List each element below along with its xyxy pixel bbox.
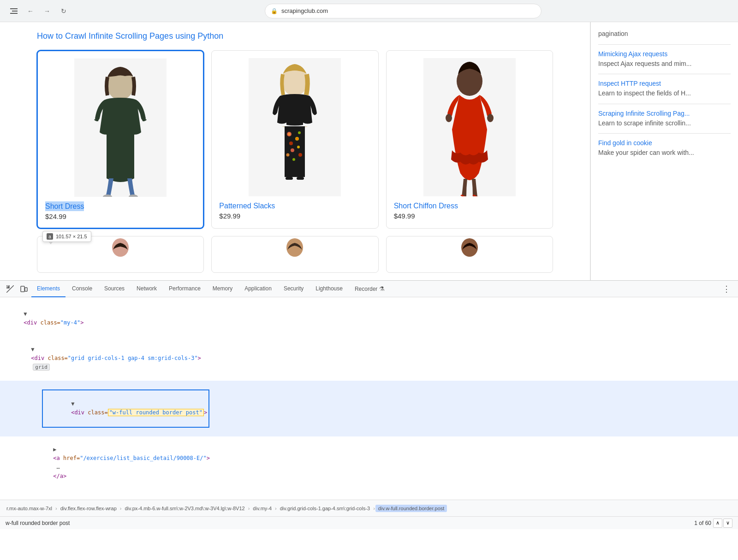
dom-line-1: ▼ <div class="my-4"> <box>0 301 738 336</box>
device-toggle-button[interactable] <box>18 283 30 295</box>
tab-application[interactable]: Application <box>239 281 277 297</box>
svg-point-20 <box>292 158 295 161</box>
more-options-button[interactable]: ⋮ <box>719 284 734 294</box>
toggle-3[interactable]: ▼ <box>71 401 74 407</box>
sidebar-text-ajax: Inspect Ajax requests and mim... <box>598 59 731 69</box>
tab-security[interactable]: Security <box>278 281 309 297</box>
tab-lighthouse[interactable]: Lighthouse <box>310 281 348 297</box>
product-figure-1 <box>74 59 167 197</box>
sidebar-link-cookie[interactable]: Find gold in cookie <box>598 139 731 147</box>
product-name-text-1: Short Dress <box>45 201 84 211</box>
devtools-breadcrumb-bar: r.mx-auto.max-w-7xl › div.flex.flex-row.… <box>0 500 738 516</box>
tab-recorder[interactable]: Recorder ⚗ <box>349 281 390 297</box>
product-name-1[interactable]: Short Dress <box>45 202 196 211</box>
tab-network[interactable]: Network <box>131 281 162 297</box>
svg-point-16 <box>291 148 294 152</box>
next-button[interactable]: ∨ <box>723 519 732 528</box>
svg-rect-31 <box>7 286 9 288</box>
svg-rect-2 <box>10 13 18 14</box>
tab-memory[interactable]: Memory <box>207 281 238 297</box>
sidebar-divider-4 <box>598 133 731 134</box>
reload-button[interactable]: ↻ <box>57 5 70 18</box>
partial-figure-6 <box>456 238 483 271</box>
svg-point-14 <box>289 141 293 145</box>
devtools-status-bar: w-full rounded border post 1 of 60 ∧ ∨ <box>0 516 738 529</box>
partial-figure-4 <box>107 238 134 271</box>
product-name-2[interactable]: Patterned Slacks <box>219 202 370 210</box>
prev-button[interactable]: ∧ <box>713 519 722 528</box>
forward-button[interactable]: → <box>41 5 54 18</box>
nav-buttons: ← → ↻ <box>7 5 70 18</box>
devtools-panel: Elements Console Sources Network Perform… <box>0 280 738 529</box>
svg-point-25 <box>446 114 452 122</box>
webpage-content: How to Crawl Infinite Scrolling Pages us… <box>0 22 590 280</box>
product-image-3 <box>394 58 545 196</box>
svg-rect-1 <box>12 11 18 12</box>
status-right: 1 of 60 ∧ ∨ <box>694 519 732 528</box>
product-price-3: $49.99 <box>394 212 545 220</box>
url-text: scrapingclub.com <box>281 7 328 14</box>
svg-point-17 <box>297 146 300 148</box>
sidebar-text-cookie: Make your spider can work with... <box>598 148 731 158</box>
breadcrumb-item-2[interactable]: div.flex.flex-row.flex-wrap <box>58 505 119 512</box>
sidebar-link-infinite[interactable]: Scraping Infinite Scrolling Pag... <box>598 110 731 117</box>
highlighted-tag: ▼ <div class="w-full rounded border post… <box>42 389 209 428</box>
dom-line-2: ▼ <div class="grid grid-cols-1 gap-4 sm:… <box>0 336 738 381</box>
sidebar-link-ajax[interactable]: Mimicking Ajax requests <box>598 50 731 58</box>
address-bar[interactable]: 🔒 scrapingclub.com <box>265 4 542 18</box>
product-name-3[interactable]: Short Chiffon Dress <box>394 202 545 210</box>
product-price-1: $24.99 <box>45 212 196 220</box>
back-button[interactable]: ← <box>24 5 37 18</box>
sidebar-divider-3 <box>598 104 731 104</box>
dom-line-3[interactable]: ▼ <div class="w-full rounded border post… <box>0 381 738 436</box>
svg-point-15 <box>298 131 301 134</box>
products-grid: a 101.57 × 21.5 Short Dress $24.99 <box>37 50 553 229</box>
dom-line-5: ▼ <div class="p-4"> <box>0 489 738 500</box>
partial-figure-5 <box>281 238 309 271</box>
tab-elements[interactable]: Elements <box>31 281 65 297</box>
count-text: 1 of 60 <box>694 520 711 526</box>
dom-line-4: ▶ <a href="/exercise/list_basic_detail/9… <box>0 436 738 489</box>
svg-rect-34 <box>25 288 27 291</box>
product-figure-2 <box>249 58 341 196</box>
sidebar-divider-1 <box>598 44 731 45</box>
toggle-4[interactable]: ▶ <box>53 446 56 453</box>
inspect-element-button[interactable] <box>4 283 17 295</box>
navigation-arrows: ∧ ∨ <box>713 519 732 528</box>
products-grid-row2 <box>37 236 553 273</box>
main-page-link[interactable]: How to Crawl Infinite Scrolling Pages us… <box>37 31 553 41</box>
sidebar-link-http[interactable]: Inspect HTTP request <box>598 80 731 87</box>
svg-rect-0 <box>10 8 18 9</box>
tab-recorder-label: Recorder <box>355 286 377 292</box>
element-tooltip: a 101.57 × 21.5 <box>42 231 91 242</box>
tab-console[interactable]: Console <box>66 281 98 297</box>
breadcrumb-item-3[interactable]: div.px-4.mb-6.w-full.sm\:w-2V3.md\:w-3V4… <box>122 505 247 512</box>
browser-chrome: ← → ↻ 🔒 scrapingclub.com <box>0 0 738 22</box>
tooltip-dimensions: 101.57 × 21.5 <box>56 234 87 239</box>
status-text: w-full rounded border post <box>6 520 70 526</box>
recorder-beaker-icon: ⚗ <box>379 285 385 292</box>
tab-sources[interactable]: Sources <box>99 281 130 297</box>
sidebar-text-pagination: pagination <box>598 29 731 39</box>
breadcrumb-item-5[interactable]: div.grid.grid-cols-1.gap-4.sm\:grid-cols… <box>277 505 373 512</box>
svg-rect-22 <box>297 177 304 180</box>
product-figure-3 <box>423 58 516 196</box>
toggle-1[interactable]: ▼ <box>24 311 27 317</box>
toggle-2[interactable]: ▼ <box>31 346 34 353</box>
tag-div-2: <div <box>31 355 48 361</box>
tab-performance[interactable]: Performance <box>163 281 206 297</box>
devtools-tabs-bar: Elements Console Sources Network Perform… <box>0 281 738 297</box>
breadcrumb-item-4[interactable]: div.my-4 <box>250 505 274 512</box>
product-price-2: $29.99 <box>219 212 370 220</box>
sidebar-toggle-button[interactable] <box>7 5 20 18</box>
svg-point-13 <box>296 138 298 140</box>
product-card-5 <box>211 236 378 273</box>
sidebar-text-http: Learn to inspect the fields of H... <box>598 89 731 98</box>
svg-rect-33 <box>21 286 24 292</box>
product-card-6 <box>386 236 553 273</box>
breadcrumb-item-6[interactable]: div.w-full.rounded.border.post <box>375 505 447 512</box>
product-image-1 <box>45 59 196 197</box>
svg-point-19 <box>298 153 302 157</box>
product-card-1: a 101.57 × 21.5 Short Dress $24.99 <box>37 50 204 229</box>
breadcrumb-item-1[interactable]: r.mx-auto.max-w-7xl <box>4 505 55 512</box>
